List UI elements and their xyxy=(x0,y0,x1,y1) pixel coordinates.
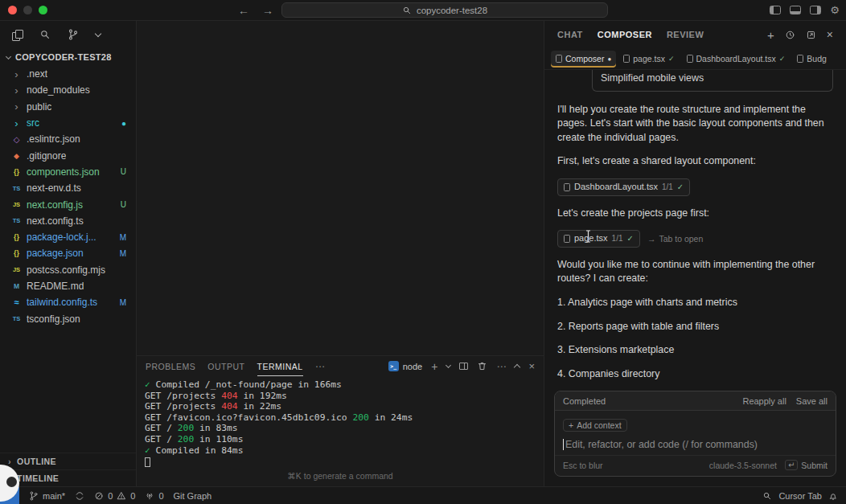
file-tree-item[interactable]: public xyxy=(0,99,136,115)
file-name: next.config.js xyxy=(27,199,83,211)
toggle-left-sidebar-icon[interactable] xyxy=(770,6,781,14)
status-token: 200 xyxy=(352,412,368,423)
file-tree-item[interactable]: next.config.ts xyxy=(0,213,136,229)
toggle-right-sidebar-icon[interactable] xyxy=(810,6,821,14)
tab-output[interactable]: OUTPUT xyxy=(207,356,244,376)
minimize-window-button[interactable] xyxy=(23,6,32,14)
source-control-icon[interactable] xyxy=(68,29,79,40)
settings-gear-icon[interactable]: ⚙ xyxy=(830,5,840,15)
file-edit-chip[interactable]: page.tsx 1/1 ✓ xyxy=(557,230,640,248)
close-window-button[interactable] xyxy=(8,6,17,14)
chevron-down-icon[interactable] xyxy=(95,30,101,36)
file-tree-item[interactable]: next.config.js U xyxy=(0,196,136,212)
file-tree-item[interactable]: .gitignore xyxy=(0,147,136,163)
file-tree-item[interactable]: package-lock.j... M xyxy=(0,229,136,245)
list-item: 3. Extensions marketplace xyxy=(557,343,833,358)
tab-composer[interactable]: COMPOSER xyxy=(598,30,652,39)
file-type-icon xyxy=(10,315,23,322)
terminal-icon: >_ xyxy=(388,361,399,371)
git-branch-item[interactable]: main* xyxy=(29,491,65,501)
forward-button[interactable]: → xyxy=(262,4,273,17)
submit-button[interactable]: ↵ Submit xyxy=(785,460,828,470)
check-icon: ✓ xyxy=(779,55,786,63)
search-icon[interactable] xyxy=(39,29,51,40)
outline-section-header[interactable]: › OUTLINE xyxy=(0,453,136,469)
zoom-window-button[interactable] xyxy=(39,6,47,14)
close-panel-icon[interactable]: × xyxy=(528,361,535,371)
file-tree-item[interactable]: src ● xyxy=(0,115,136,131)
ports-count: 0 xyxy=(158,491,163,501)
warning-count: 0 xyxy=(130,491,135,501)
file-icon xyxy=(797,55,803,63)
git-badge: U xyxy=(121,200,126,209)
file-pill[interactable]: DashboardLayout.tsx ✓ xyxy=(682,51,791,68)
open-in-editor-icon[interactable] xyxy=(806,30,816,40)
close-panel-icon[interactable]: × xyxy=(827,29,833,40)
warning-icon xyxy=(117,491,126,501)
tab-review[interactable]: REVIEW xyxy=(667,30,704,39)
cursor-tab-item[interactable]: Cursor Tab xyxy=(778,491,822,501)
file-tree-item[interactable]: postcss.config.mjs xyxy=(0,262,136,278)
bottom-panel: PROBLEMS OUTPUT TERMINAL ⋯ >_ node + ⋯ xyxy=(137,355,544,486)
file-pill[interactable]: page.tsx ✓ xyxy=(618,51,679,68)
add-context-button[interactable]: + Add context xyxy=(563,419,627,432)
save-all-button[interactable]: Save all xyxy=(796,396,828,406)
root-folder-name: COPYCODER-TEST28 xyxy=(15,52,112,62)
file-tree-item[interactable]: components.json U xyxy=(0,164,136,180)
ai-chat-panel: CHAT COMPOSER REVIEW + × Composer ● xyxy=(544,21,846,486)
assistant-paragraph: First, let's create a shared layout comp… xyxy=(557,154,833,169)
list-item: 4. Companies directory xyxy=(557,367,833,382)
file-tree-item[interactable]: tailwind.config.ts M xyxy=(0,294,136,310)
file-tree-item[interactable]: next-env.d.ts xyxy=(0,180,136,196)
file-name: public xyxy=(27,101,51,113)
file-tree-item[interactable]: .next xyxy=(0,66,136,82)
problems-item[interactable]: 0 0 xyxy=(94,491,135,501)
ports-item[interactable]: 0 xyxy=(145,491,163,501)
timeline-section-header[interactable]: › TIMELINE xyxy=(0,469,136,486)
file-name: node_modules xyxy=(27,84,90,96)
magnifier-icon[interactable] xyxy=(762,491,772,501)
check-icon: ✓ xyxy=(677,182,684,193)
command-center-search[interactable]: copycoder-test28 xyxy=(281,2,608,18)
composer-pill[interactable]: Composer ● xyxy=(551,51,616,68)
toggle-bottom-panel-icon[interactable] xyxy=(790,6,801,14)
tab-terminal[interactable]: TERMINAL xyxy=(257,356,303,376)
sync-changes-item[interactable] xyxy=(75,491,84,501)
file-tree: .next node_modules public src ● xyxy=(0,66,136,327)
chat-transcript[interactable]: Simplified mobile views I'll help you cr… xyxy=(544,70,846,386)
new-terminal-button[interactable]: + xyxy=(431,361,437,372)
explorer-files-icon[interactable] xyxy=(12,30,23,40)
panel-more-actions-icon[interactable]: ⋯ xyxy=(496,361,506,372)
more-tabs-icon[interactable]: ⋯ xyxy=(315,361,325,372)
terminal-shell-picker[interactable]: >_ node xyxy=(388,361,422,371)
terminal-output[interactable]: ✓ Compiled /_not-found/page in 166ms GET… xyxy=(137,376,544,486)
tab-chat[interactable]: CHAT xyxy=(557,30,583,39)
file-icon xyxy=(564,183,570,191)
file-tree-item[interactable]: README.md xyxy=(0,278,136,294)
tab-problems[interactable]: PROBLEMS xyxy=(146,356,195,376)
composer-input[interactable]: Edit, refactor, or add code (/ for comma… xyxy=(555,433,836,455)
terminal-dropdown-icon[interactable] xyxy=(446,363,451,368)
bell-icon[interactable] xyxy=(828,491,838,501)
input-placeholder: Edit, refactor, or add code (/ for comma… xyxy=(565,439,758,450)
text-caret xyxy=(563,439,564,450)
new-composer-button[interactable]: + xyxy=(767,29,774,41)
git-graph-item[interactable]: Git Graph xyxy=(174,491,212,501)
file-pill[interactable]: Budg xyxy=(792,51,832,68)
model-selector[interactable]: claude-3.5-sonnet xyxy=(709,461,777,470)
back-button[interactable]: ← xyxy=(238,4,249,17)
history-icon[interactable] xyxy=(785,30,795,40)
file-tree-item[interactable]: .eslintrc.json xyxy=(0,131,136,147)
status-token: 404 xyxy=(221,391,237,401)
file-tree-item[interactable]: package.json M xyxy=(0,245,136,261)
file-tree-item[interactable]: tsconfig.json xyxy=(0,310,136,326)
file-edit-chip[interactable]: DashboardLayout.tsx 1/1 ✓ xyxy=(557,178,690,196)
file-type-icon xyxy=(10,135,23,144)
project-root-folder[interactable]: COPYCODER-TEST28 xyxy=(0,48,136,66)
split-terminal-icon[interactable] xyxy=(459,363,468,370)
kill-terminal-trash-icon[interactable] xyxy=(477,361,487,371)
reapply-all-button[interactable]: Reapply all xyxy=(742,396,786,406)
file-tree-item[interactable]: node_modules xyxy=(0,82,136,98)
maximize-panel-icon[interactable] xyxy=(514,364,520,371)
editor-area[interactable] xyxy=(137,21,544,355)
